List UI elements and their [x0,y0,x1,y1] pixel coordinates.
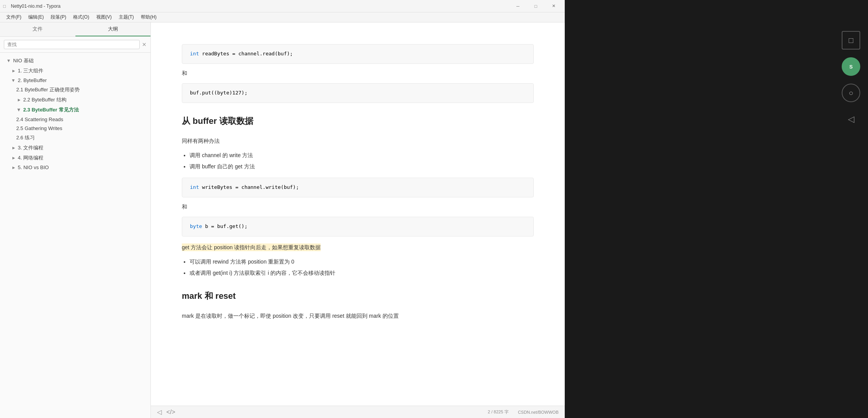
menu-paragraph[interactable]: 段落(P) [48,13,69,21]
right-panel: □ S ○ ◁ [565,0,868,418]
section-mark-text: mark 是在读取时，做一个标记，即使 position 改变，只要调用 res… [182,311,534,321]
tree-item-3[interactable]: ▶ 3. 文件编程 [0,143,150,153]
close-button[interactable]: ✕ [545,0,562,12]
code-block-3: int writeBytes = channel.write(buf); [182,178,534,197]
tree-item-5[interactable]: ▶ 5. NIO vs BIO [0,163,150,172]
code-text-1: readBytes = channel.read(buf); [202,51,293,57]
section-mark-title: mark 和 reset [182,291,236,301]
bullet-read-2: 调用 buffer 自己的 get 方法 [190,162,534,171]
tree-arrow-1: ▶ [11,68,16,74]
tree-item-2-4[interactable]: 2.4 Scattering Reads [0,115,150,124]
tree-arrow-root: ▶ [6,58,12,63]
tree-arrow-5: ▶ [11,165,16,170]
code-text-3: writeBytes = channel.write(buf); [202,184,299,190]
menu-file[interactable]: 文件(F) [3,13,24,21]
tab-outline[interactable]: 大纲 [75,22,151,36]
tree-item-2-1[interactable]: 2.1 ByteBuffer 正确使用姿势 [0,85,150,95]
tree-label-2-1: 2.1 ByteBuffer 正确使用姿势 [16,86,80,93]
titlebar-left: □ Netty01-nio.md - Typora [3,3,61,9]
menu-edit[interactable]: 编辑(E) [25,13,47,21]
code-keyword-int-1: int [190,51,199,57]
tree-label-2-2: 2.2 ByteBuffer 结构 [23,96,67,103]
note-highlight: get 方法会让 position 读指针向后走，如果想重复读取数据 [182,243,321,251]
code-keyword-int-2: int [190,184,199,190]
note-bullets-list: 可以调用 rewind 方法将 position 重新置为 0 或者调用 get… [182,257,534,278]
tree-item-2-2[interactable]: ▶ 2.2 ByteBuffer 结构 [0,95,150,105]
code-block-2: buf.put((byte)127); [182,83,534,103]
tree-item-2[interactable]: ▶ 2. ByteBuffer [0,76,150,85]
titlebar: □ Netty01-nio.md - Typora ─ □ ✕ [0,0,565,12]
bullet-note-1: 可以调用 rewind 方法将 position 重新置为 0 [190,257,534,267]
tree-label-3: 3. 文件编程 [18,144,43,151]
tree-label-5: 5. NIO vs BIO [18,164,49,170]
and-text-2: 和 [182,204,534,211]
window-title: Netty01-nio.md - Typora [11,3,61,9]
tab-files[interactable]: 文件 [0,22,75,36]
tree-root-item[interactable]: ▶ NIO 基础 [0,56,150,66]
bullet-note-2: 或者调用 get(int i) 方法获取索引 i 的内容，它不会移动读指针 [190,268,534,278]
app-icon: □ [3,3,9,9]
section-read-title: 从 buffer 读取数据 [182,116,253,126]
sidebar-search-bar: ✕ [0,37,150,53]
tree-label-2-4: 2.4 Scattering Reads [16,116,63,122]
search-input[interactable] [4,40,140,49]
tree-label-2-6: 2.6 练习 [16,134,35,141]
code-block-4: byte b = buf.get(); [182,217,534,236]
prev-page-button[interactable]: ◁ [157,408,162,416]
tree-root-label: NIO 基础 [13,57,34,64]
tree-arrow-2-3: ▶ [16,107,22,113]
word-count: 2 / 8225 字 [488,409,509,415]
tree-item-4[interactable]: ▶ 4. 网络编程 [0,153,150,163]
tree-label-1: 1. 三大组件 [18,67,43,74]
section-mark-heading: mark 和 reset [182,290,534,305]
menubar: 文件(F) 编辑(E) 段落(P) 格式(O) 视图(V) 主题(T) 帮助(H… [0,12,565,22]
green-badge-icon[interactable]: S [842,57,860,76]
section-read-intro: 同样有两种办法 [182,136,534,146]
tree-arrow-3: ▶ [11,145,16,151]
tree-item-2-3[interactable]: ▶ 2.3 ByteBuffer 常见方法 [0,105,150,115]
search-close-icon[interactable]: ✕ [142,41,147,48]
tree-arrow-2: ▶ [11,78,16,83]
menu-format[interactable]: 格式(O) [70,13,92,21]
right-icons: □ S ○ ◁ [842,31,860,128]
content-area: 文件 大纲 ✕ ▶ NIO 基础 ▶ 1. 三大组件 [0,22,565,418]
sidebar: 文件 大纲 ✕ ▶ NIO 基础 ▶ 1. 三大组件 [0,22,151,418]
window-controls[interactable]: ─ □ ✕ [510,0,562,12]
code-keyword-byte: byte [190,223,202,229]
sidebar-tree: ▶ NIO 基础 ▶ 1. 三大组件 ▶ 2. ByteBuffer 2.1 B… [0,53,150,418]
code-text-4: b = buf.get(); [205,223,248,229]
tree-arrow-2-2: ▶ [16,97,22,103]
menu-theme[interactable]: 主题(T) [116,13,137,21]
tree-item-2-6[interactable]: 2.6 练习 [0,133,150,143]
note-text: get 方法会让 position 读指针向后走，如果想重复读取数据 [182,243,534,252]
back-arrow-icon[interactable]: ◁ [842,110,860,128]
circle-icon[interactable]: ○ [842,84,860,102]
editor: int readBytes = channel.read(buf); 和 buf… [151,22,565,418]
bullet-read-1: 调用 channel 的 write 方法 [190,151,534,160]
website-link[interactable]: CSDN.net/BOWWOB [518,410,559,415]
bottom-bar: ◁ </> 2 / 8225 字 CSDN.net/BOWWOB [151,406,565,418]
menu-help[interactable]: 帮助(H) [138,13,160,21]
read-bullets-list: 调用 channel 的 write 方法 调用 buffer 自己的 get … [182,151,534,171]
tree-item-1[interactable]: ▶ 1. 三大组件 [0,66,150,76]
menu-view[interactable]: 视图(V) [93,13,115,21]
square-icon[interactable]: □ [842,31,860,50]
maximize-button[interactable]: □ [528,0,544,12]
editor-content[interactable]: int readBytes = channel.read(buf); 和 buf… [151,22,565,406]
sidebar-tabs: 文件 大纲 [0,22,150,37]
tree-label-2-3: 2.3 ByteBuffer 常见方法 [23,106,79,113]
code-text-2: buf.put((byte)127); [190,90,248,96]
tree-arrow-4: ▶ [11,155,16,161]
tree-label-2: 2. ByteBuffer [18,77,47,83]
tree-label-4: 4. 网络编程 [18,154,43,161]
code-block-1: int readBytes = channel.read(buf); [182,44,534,64]
code-view-button[interactable]: </> [166,409,175,416]
minimize-button[interactable]: ─ [510,0,526,12]
and-text-1: 和 [182,70,534,77]
section-read-heading: 从 buffer 读取数据 [182,115,534,130]
tree-label-2-5: 2.5 Gathering Writes [16,125,62,131]
tree-item-2-5[interactable]: 2.5 Gathering Writes [0,124,150,133]
